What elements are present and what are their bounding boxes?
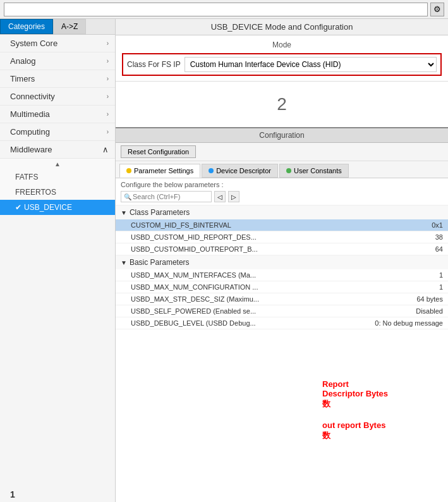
window-title: USB_DEVICE Mode and Configuration xyxy=(116,19,448,35)
search-prev-button[interactable]: ◁ xyxy=(214,191,226,202)
collapse-btn[interactable]: ▲ xyxy=(0,159,115,169)
sidebar-item-label: System Core xyxy=(10,39,58,48)
param-value: Disabled xyxy=(416,307,443,315)
tab-dot-blue xyxy=(209,168,214,173)
mode-row: Class For FS IP Custom Human Interface D… xyxy=(122,53,442,76)
chevron-right-icon: › xyxy=(107,128,109,135)
param-value: 64 xyxy=(418,245,443,253)
chevron-right-icon: › xyxy=(107,58,109,64)
search-input[interactable] xyxy=(4,3,428,16)
param-name: USBD_MAX_STR_DESC_SIZ (Maximu... xyxy=(131,295,416,303)
tab-label: Device Descriptor xyxy=(216,167,271,174)
gear-icon: ⚙ xyxy=(433,4,441,14)
sidebar-item-label: Connectivity xyxy=(10,92,55,101)
sidebar-item-label: Computing xyxy=(10,127,50,137)
config-search-area: Configure the below parameters : 🔍 ◁ ▷ xyxy=(116,178,448,205)
sidebar-sub-label: USB_DEVICE xyxy=(24,203,72,212)
param-row: USBD_MAX_STR_DESC_SIZ (Maximu... 64 byte… xyxy=(116,293,448,305)
param-row: USBD_CUSTOM_HID_REPORT_DES... 38 xyxy=(116,231,448,243)
chevron-right-icon: › xyxy=(107,75,109,82)
sidebar-tabs: Categories A->Z xyxy=(0,19,115,35)
chevron-down-icon: ∧ xyxy=(102,145,109,154)
chevron-right-icon: › xyxy=(107,40,109,47)
class-select[interactable]: Custom Human Interface Device Class (HID… xyxy=(185,57,437,72)
sidebar-sub-item-usb-device[interactable]: ✔ USB_DEVICE xyxy=(0,200,115,215)
sidebar-sub-label: FREERTOS xyxy=(15,188,56,197)
param-row: USBD_MAX_NUM_INTERFACES (Ma... 1 xyxy=(116,269,448,281)
class-params-header[interactable]: ▼ Class Parameters xyxy=(116,205,448,219)
chevron-right-icon: › xyxy=(107,93,109,100)
sidebar: Categories A->Z System Core › Analog › T… xyxy=(0,19,116,502)
param-name: USBD_CUSTOM_HID_REPORT_DES... xyxy=(131,233,418,241)
tab-user-constants[interactable]: User Constants xyxy=(279,164,349,178)
params-list: ▼ Class Parameters CUSTOM_HID_FS_BINTERV… xyxy=(116,205,448,502)
config-toolbar: Reset Configuration xyxy=(116,143,448,161)
sidebar-sub-item-freertos[interactable]: FREERTOS xyxy=(0,185,115,200)
sidebar-item-label: Multimedia xyxy=(10,109,50,119)
param-value: 64 bytes xyxy=(416,295,443,303)
sidebar-sub-label: FATFS xyxy=(15,173,38,181)
param-name: USBD_CUSTOMHID_OUTREPORT_B... xyxy=(131,245,418,253)
param-row: USBD_SELF_POWERED (Enabled se... Disable… xyxy=(116,305,448,317)
param-name: USBD_SELF_POWERED (Enabled se... xyxy=(131,307,416,315)
sidebar-item-computing[interactable]: Computing › xyxy=(0,123,115,141)
chevron-right-icon: › xyxy=(107,111,109,118)
param-row: USBD_MAX_NUM_CONFIGURATION ... 1 xyxy=(116,281,448,293)
param-row: USBD_DEBUG_LEVEL (USBD Debug... 0: No de… xyxy=(116,317,448,329)
config-title: Configuration xyxy=(116,128,448,143)
tab-label: User Constants xyxy=(294,167,342,174)
expand-arrow-icon: ▼ xyxy=(121,259,127,266)
content-area: USB_DEVICE Mode and Configuration Mode C… xyxy=(116,19,448,502)
param-value: 1 xyxy=(418,271,443,279)
main-layout: Categories A->Z System Core › Analog › T… xyxy=(0,19,448,502)
param-name: USBD_MAX_NUM_CONFIGURATION ... xyxy=(131,283,418,291)
param-name: USBD_MAX_NUM_INTERFACES (Ma... xyxy=(131,271,418,279)
basic-params-header[interactable]: ▼ Basic Parameters xyxy=(116,255,448,269)
tab-dot-yellow xyxy=(126,168,131,173)
sidebar-item-multimedia[interactable]: Multimedia › xyxy=(0,106,115,123)
class-label: Class For FS IP xyxy=(127,60,181,69)
search-icon: 🔍 xyxy=(124,193,131,200)
search-wrapper: 🔍 xyxy=(121,191,212,202)
param-row: USBD_CUSTOMHID_OUTREPORT_B... 64 xyxy=(116,243,448,255)
section-label: Class Parameters xyxy=(130,208,190,217)
reset-configuration-button[interactable]: Reset Configuration xyxy=(121,145,196,158)
param-value: 0: No debug message xyxy=(375,319,443,327)
sidebar-item-connectivity[interactable]: Connectivity › xyxy=(0,88,115,106)
config-section: Configuration Reset Configuration Parame… xyxy=(116,127,448,502)
sidebar-item-system-core[interactable]: System Core › xyxy=(0,35,115,52)
param-value: 38 xyxy=(418,233,443,241)
sidebar-item-label: Middleware xyxy=(10,145,52,154)
section-label: Basic Parameters xyxy=(130,258,190,267)
mode-section: Mode Class For FS IP Custom Human Interf… xyxy=(116,35,448,82)
tab-dot-green xyxy=(286,168,291,173)
gear-button[interactable]: ⚙ xyxy=(430,3,444,16)
step-number-2: 2 xyxy=(116,82,448,127)
config-instruction: Configure the below parameters : xyxy=(121,181,443,188)
sidebar-item-analog[interactable]: Analog › xyxy=(0,52,115,70)
param-value: 1 xyxy=(418,283,443,291)
sidebar-item-label: Timers xyxy=(10,74,35,83)
search-row: 🔍 ◁ ▷ xyxy=(121,191,443,202)
tab-categories[interactable]: Categories xyxy=(0,19,53,34)
param-name: CUSTOM_HID_FS_BINTERVAL xyxy=(131,221,418,229)
check-icon: ✔ xyxy=(15,203,21,212)
sidebar-item-label: Analog xyxy=(10,56,35,66)
param-row: CUSTOM_HID_FS_BINTERVAL 0x1 xyxy=(116,219,448,231)
search-next-button[interactable]: ▷ xyxy=(228,191,239,202)
config-tabs: Parameter Settings Device Descriptor Use… xyxy=(116,161,448,178)
top-bar: ⚙ xyxy=(0,0,448,19)
mode-label: Mode xyxy=(122,40,442,49)
tab-device-descriptor[interactable]: Device Descriptor xyxy=(202,164,278,178)
step-label-1: 1 xyxy=(5,488,20,501)
tab-parameter-settings[interactable]: Parameter Settings xyxy=(119,164,200,178)
sidebar-item-middleware[interactable]: Middleware ∧ xyxy=(0,141,115,159)
sidebar-item-timers[interactable]: Timers › xyxy=(0,70,115,88)
sidebar-middleware-sub: ▲ FATFS FREERTOS ✔ USB_DEVICE xyxy=(0,159,115,215)
sidebar-sub-item-fatfs[interactable]: FATFS xyxy=(0,169,115,185)
param-search-input[interactable] xyxy=(133,193,209,200)
param-name: USBD_DEBUG_LEVEL (USBD Debug... xyxy=(131,319,375,327)
tab-atoz[interactable]: A->Z xyxy=(53,19,86,34)
tab-label: Parameter Settings xyxy=(134,167,193,174)
expand-arrow-icon: ▼ xyxy=(121,209,127,216)
